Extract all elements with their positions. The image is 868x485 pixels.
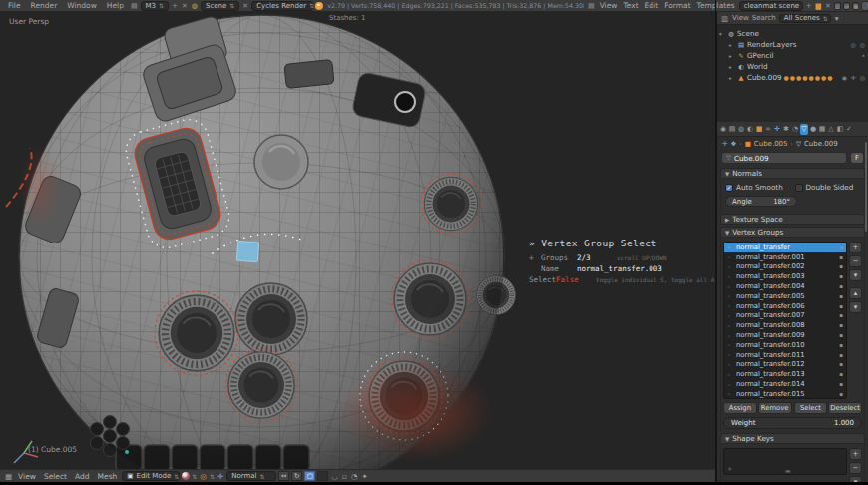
viewport-shading-icon[interactable] bbox=[182, 472, 190, 480]
render-engine-dropdown[interactable]: Cycles Render ⇅ bbox=[251, 1, 313, 11]
filter-icon[interactable]: ▾ bbox=[834, 14, 840, 23]
lock-icon[interactable]: ▪ bbox=[839, 371, 843, 377]
layers-widget[interactable] bbox=[317, 471, 328, 481]
lock-icon[interactable]: ▪ bbox=[839, 293, 843, 299]
tree-row-gpencil[interactable]: ▸ ✎ GPencil • bbox=[719, 50, 866, 61]
tab-world-icon[interactable]: ◐ bbox=[746, 124, 754, 135]
move-group-down-button[interactable]: ▾ bbox=[849, 301, 862, 313]
text-menu-text[interactable]: Text bbox=[621, 1, 640, 10]
lock-icon[interactable]: ▪ bbox=[839, 361, 843, 367]
lock-icon[interactable]: ▪ bbox=[839, 352, 843, 358]
mesh-name-field[interactable]: ▽ Cube.009 bbox=[721, 152, 847, 164]
vertex-group-row[interactable]: ◦normal_transfer.007▪ bbox=[724, 311, 846, 321]
vertex-group-specials-button[interactable]: ▾ bbox=[849, 269, 862, 281]
pin-icon[interactable]: ✛ bbox=[722, 140, 727, 148]
properties-scrollbar[interactable] bbox=[865, 142, 867, 232]
expand-icon[interactable]: ▸ bbox=[729, 42, 735, 48]
vertex-group-row[interactable]: ◦normal_transfer.001▪ bbox=[724, 252, 846, 262]
close-layout-button[interactable]: ✕ bbox=[181, 2, 189, 10]
assign-button[interactable]: Assign bbox=[723, 402, 757, 414]
tab-constraints-icon[interactable]: ∞ bbox=[764, 124, 772, 135]
lock-icon[interactable]: ▪ bbox=[839, 263, 843, 269]
vertex-group-row[interactable]: ◦normal_transfer.011▪ bbox=[724, 350, 846, 360]
menu-help[interactable]: Help bbox=[103, 1, 128, 10]
rotate-manipulator-button[interactable]: ↻ bbox=[291, 471, 302, 481]
tab-scene-icon[interactable]: ◍ bbox=[737, 124, 745, 135]
tab-texture-icon[interactable]: ▦ bbox=[818, 124, 826, 135]
tree-row-scene[interactable]: ▾ ◍ Scene bbox=[719, 28, 866, 39]
add-vertex-group-button[interactable]: + bbox=[849, 242, 862, 253]
snap-magnet-icon[interactable]: ◡ bbox=[330, 472, 339, 481]
expand-icon[interactable]: ▸ bbox=[729, 53, 735, 59]
manipulator-toggle-icon[interactable]: ✛ bbox=[217, 472, 224, 481]
texture-space-panel-header[interactable]: ▶ Texture Space bbox=[720, 214, 865, 225]
tab-object-data-icon[interactable]: ▽ bbox=[800, 124, 808, 135]
lock-icon[interactable]: ▪ bbox=[839, 342, 843, 348]
screen-layout-dropdown[interactable]: M3 ⇅ bbox=[141, 1, 170, 11]
tab-modifiers-icon[interactable]: ✛ bbox=[773, 124, 781, 135]
word-wrap-toggle[interactable]: ▤ bbox=[843, 2, 850, 10]
scene-dropdown[interactable]: Scene ⇅ bbox=[201, 1, 239, 11]
tab-renderlayers-icon[interactable]: ▤ bbox=[728, 124, 736, 135]
tab-armature-icon[interactable]: △ bbox=[827, 124, 835, 135]
add-menu[interactable]: Add bbox=[72, 472, 93, 481]
shape-keys-panel-header[interactable]: ▼ Shape Keys bbox=[720, 433, 865, 444]
snap-element-icon[interactable]: ▫ bbox=[341, 472, 348, 481]
tab-physics-icon[interactable]: ◔ bbox=[791, 124, 799, 135]
normals-panel-header[interactable]: ▼ Normals bbox=[720, 168, 865, 179]
remove-shape-key-button[interactable]: − bbox=[849, 462, 862, 474]
panel-divider[interactable] bbox=[715, 0, 716, 482]
menu-file[interactable]: File bbox=[4, 1, 25, 10]
vertex-group-row[interactable]: ◦normal_transfer.009▪ bbox=[724, 330, 846, 340]
lock-icon[interactable]: ▪ bbox=[839, 303, 843, 309]
line-numbers-toggle[interactable]: ▥ bbox=[834, 2, 841, 10]
tab-material-icon[interactable]: ● bbox=[809, 124, 817, 135]
editor-type-icon[interactable]: ▤ bbox=[587, 2, 596, 10]
tree-row-renderlayers[interactable]: ▸ ▤ RenderLayers ◎ ◎ bbox=[719, 39, 866, 50]
outliner-search-menu[interactable]: Search bbox=[752, 14, 776, 22]
editor-type-icon[interactable]: ▥ bbox=[720, 14, 729, 23]
vertex-group-row[interactable]: ◦normal_transfer▪ bbox=[724, 242, 846, 252]
restrict-toggles[interactable]: ◎ ◎ bbox=[851, 41, 866, 48]
vertex-group-row[interactable]: ◦normal_transfer.015▪ bbox=[724, 389, 846, 399]
lock-icon[interactable]: ▪ bbox=[839, 283, 843, 289]
orientation-dropdown[interactable]: Normal ⇅ bbox=[226, 471, 276, 481]
run-script-button[interactable]: Run Script bbox=[861, 1, 868, 11]
close-scene-button[interactable]: ✕ bbox=[241, 2, 249, 10]
lock-icon[interactable]: ▪ bbox=[839, 254, 843, 260]
mesh-menu[interactable]: Mesh bbox=[95, 472, 121, 481]
menu-render[interactable]: Render bbox=[27, 1, 62, 10]
view-menu[interactable]: View bbox=[15, 472, 39, 481]
vertex-group-row[interactable]: ◦normal_transfer.012▪ bbox=[724, 360, 846, 370]
expand-icon[interactable]: ▸ bbox=[729, 75, 735, 81]
remove-button[interactable]: Remove bbox=[758, 402, 792, 414]
select-button[interactable]: Select bbox=[794, 402, 828, 414]
translate-manipulator-button[interactable]: ↔ bbox=[278, 471, 289, 481]
menu-window[interactable]: Window bbox=[63, 1, 101, 10]
new-text-button[interactable]: + bbox=[805, 2, 813, 10]
expand-icon[interactable]: ▾ bbox=[719, 31, 725, 37]
lock-icon[interactable]: ▪ bbox=[839, 273, 843, 279]
vertex-group-row[interactable]: ◦normal_transfer.005▪ bbox=[724, 291, 846, 301]
restrict-toggles[interactable]: ◉ ✛ ◎ bbox=[842, 74, 866, 81]
breadcrumb-object[interactable]: Cube.005 bbox=[754, 140, 788, 148]
scale-manipulator-button[interactable]: ▢ bbox=[304, 471, 315, 481]
vertex-group-row[interactable]: ◦normal_transfer.002▪ bbox=[724, 262, 846, 272]
angle-slider[interactable]: Angle 180° bbox=[725, 196, 797, 207]
open-text-button[interactable]: ▆ bbox=[815, 2, 822, 10]
weight-slider[interactable]: Weight 1.000 bbox=[723, 417, 862, 429]
vertex-group-row[interactable]: ◦normal_transfer.006▪ bbox=[724, 301, 846, 311]
vertex-group-row[interactable]: ◦normal_transfer.013▪ bbox=[724, 369, 846, 379]
vertex-group-row[interactable]: ◦normal_transfer.008▪ bbox=[724, 320, 846, 330]
syntax-highlight-toggle[interactable]: ▦ bbox=[852, 2, 859, 10]
tree-row-object-cube009[interactable]: ▸ ▲ Cube.009 ●●●●●●●● ◉ ✛ ◎ bbox=[719, 72, 866, 83]
lock-icon[interactable]: ▪ bbox=[839, 312, 843, 318]
lock-icon[interactable]: ▪ bbox=[839, 244, 843, 250]
deselect-button[interactable]: Deselect bbox=[828, 402, 862, 414]
vertex-group-row[interactable]: ◦normal_transfer.003▪ bbox=[724, 271, 846, 281]
text-menu-format[interactable]: Format bbox=[662, 1, 692, 10]
lock-icon[interactable]: ▪ bbox=[839, 391, 843, 397]
unlink-text-button[interactable]: ✕ bbox=[824, 2, 832, 10]
shape-keys-list[interactable]: + ▬ bbox=[723, 448, 847, 475]
outliner-scope-dropdown[interactable]: All Scenes ⇅ bbox=[779, 14, 831, 23]
